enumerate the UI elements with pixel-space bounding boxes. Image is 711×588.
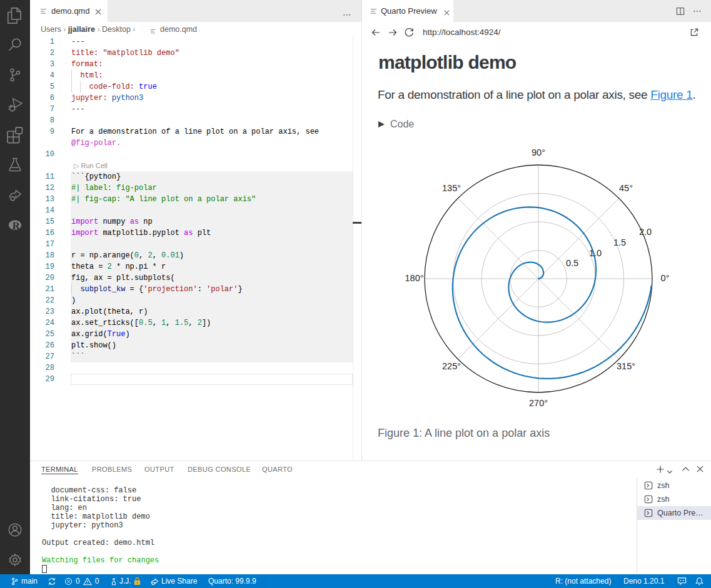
svg-text:0°: 0° <box>661 273 670 283</box>
svg-text:180°: 180° <box>405 273 424 283</box>
svg-text:1.5: 1.5 <box>613 237 626 247</box>
svg-text:90°: 90° <box>532 147 545 157</box>
svg-text:225°: 225° <box>442 361 461 371</box>
svg-text:135°: 135° <box>442 183 461 193</box>
svg-text:2.0: 2.0 <box>639 227 652 237</box>
svg-text:315°: 315° <box>617 361 635 371</box>
svg-text:1.0: 1.0 <box>589 248 602 258</box>
svg-text:270°: 270° <box>529 398 548 408</box>
svg-text:0.5: 0.5 <box>566 258 578 268</box>
svg-text:45°: 45° <box>619 183 633 193</box>
svg-text:R: R <box>12 220 20 232</box>
